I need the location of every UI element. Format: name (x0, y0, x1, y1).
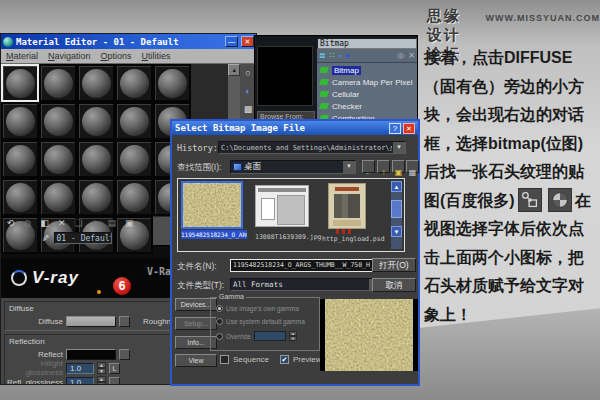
view-list-icon[interactable]: ≣ (319, 52, 326, 60)
sample-slot[interactable] (39, 64, 77, 102)
scroll-thumb[interactable] (391, 200, 402, 218)
map-type-bitmap[interactable]: Bitmap (317, 64, 417, 76)
override-spinner[interactable]: ▲▼ (289, 331, 297, 341)
sample-slot[interactable] (115, 140, 153, 178)
checkbox-icon[interactable] (220, 355, 229, 364)
material-sphere (82, 107, 111, 136)
menu-material[interactable]: Material (6, 51, 38, 61)
refl-map-button[interactable] (109, 377, 120, 386)
get-material-icon[interactable]: ⟲ (7, 219, 15, 228)
background-checker-icon[interactable]: ▩ (244, 105, 253, 114)
material-sphere (120, 69, 149, 98)
sample-slot[interactable] (1, 140, 39, 178)
thumbnail-scrollbar[interactable]: ▲ ▼ (391, 181, 402, 249)
dialog-titlebar[interactable]: Select Bitmap Image File ? ✕ (172, 121, 418, 135)
checkbox-checked-icon[interactable]: ✔ (280, 355, 289, 364)
sample-slot[interactable] (39, 102, 77, 140)
reflect-color-swatch[interactable] (66, 349, 116, 360)
put-to-library-icon[interactable]: ▤ (107, 219, 116, 228)
refl-spinner[interactable]: ▲▼ (97, 376, 106, 385)
sample-type-sphere-icon[interactable]: ○ (245, 69, 250, 78)
preview-label: Preview (293, 355, 321, 364)
sample-slot[interactable] (153, 64, 191, 102)
make-unique-icon[interactable]: ◇ (92, 219, 99, 228)
sample-slot[interactable] (77, 140, 115, 178)
sample-slot[interactable] (1, 102, 39, 140)
hilight-spinner[interactable]: ▲▼ (97, 362, 106, 374)
file-thumb-2[interactable]: 13008T1639309.jpg (255, 185, 315, 241)
refl-glossiness-value[interactable]: 1.0 (66, 377, 94, 386)
override-value-field[interactable] (254, 331, 286, 341)
close-button[interactable]: ✕ (241, 36, 254, 47)
sample-slot[interactable] (115, 178, 153, 216)
sample-slot[interactable] (1, 64, 39, 102)
history-combo[interactable]: C:\Documents and Settings\Administrator\… (218, 141, 406, 154)
delete-from-library-icon[interactable]: ✕ (408, 52, 415, 60)
sample-slot[interactable] (77, 178, 115, 216)
back-button[interactable]: ← (362, 160, 375, 173)
material-editor-titlebar[interactable]: Material Editor - 01 - Default — ✕ (1, 34, 256, 49)
lookin-dropdown-icon[interactable]: ▼ (342, 161, 355, 173)
filetype-combo[interactable]: All Formats ▼ (230, 278, 382, 291)
sample-slot[interactable] (1, 178, 39, 216)
filename-field[interactable]: 1195482518234_O_ARGS_THUMB__W_750_H_550 (230, 259, 382, 272)
gamma-option-2[interactable]: Override▲▼ (216, 331, 297, 341)
history-dropdown-icon[interactable]: ▼ (392, 142, 405, 153)
gamma-option-0[interactable]: Use image's own gamma (216, 305, 299, 312)
hilight-lock-button[interactable]: L (109, 363, 120, 374)
up-one-level-button[interactable]: ↑ (377, 160, 390, 173)
menu-navigation[interactable]: Navigation (48, 51, 91, 61)
reflect-map-button[interactable] (119, 349, 130, 360)
put-material-to-scene-icon[interactable]: ◍ (24, 219, 32, 228)
sample-slot[interactable] (115, 64, 153, 102)
radio-icon[interactable] (216, 333, 223, 340)
reset-material-icon[interactable]: ✕ (58, 219, 66, 228)
dialog-close-button[interactable]: ✕ (403, 123, 415, 134)
gamma-legend: Gamma (217, 293, 246, 300)
open-button[interactable]: 打开(O) (372, 258, 416, 272)
view-small-icon[interactable]: • (339, 52, 342, 60)
update-scene-icon[interactable]: ◎ (397, 52, 404, 60)
sample-slot[interactable] (77, 64, 115, 102)
history-path: C:\Documents and Settings\Administrator\… (219, 143, 392, 153)
map-type-checker[interactable]: Checker (317, 100, 417, 112)
assign-material-to-selection-icon[interactable]: ◧ (40, 219, 49, 228)
cancel-button[interactable]: 取消 (372, 278, 416, 292)
view-button[interactable]: View (175, 354, 217, 367)
scroll-up-icon[interactable]: ▲ (391, 181, 402, 192)
map-type-cellular[interactable]: Cellular (317, 88, 417, 100)
sample-slot[interactable] (39, 140, 77, 178)
pick-material-eyedropper-icon[interactable]: ✎ (40, 234, 50, 242)
file-thumb-selected[interactable]: 1195482518234_O_ARGS (181, 181, 247, 239)
make-material-copy-icon[interactable]: ❏ (74, 219, 82, 228)
file-thumb-3[interactable]: http_ingload.psd (322, 183, 386, 243)
new-folder-button[interactable]: ▣ (392, 160, 405, 173)
map-type-camera-map-per-pixel[interactable]: Camera Map Per Pixel (317, 76, 417, 88)
sample-slot[interactable] (77, 102, 115, 140)
radio-icon[interactable] (216, 305, 223, 312)
scroll-up-icon[interactable]: ▲ (228, 64, 240, 76)
map-search-field[interactable]: Bitmap (317, 38, 417, 49)
diffuse-color-swatch[interactable] (66, 316, 116, 327)
menu-options[interactable]: Options (101, 51, 132, 61)
sample-slot[interactable] (115, 216, 153, 254)
sample-slot[interactable] (39, 178, 77, 216)
diffuse-map-button[interactable] (119, 316, 130, 327)
gamma-option-1[interactable]: Use system default gamma (216, 318, 305, 325)
sequence-checkbox[interactable]: Sequence (220, 355, 269, 364)
lookin-combo[interactable]: 桌面 ▼ (230, 160, 356, 174)
hilight-glossiness-value[interactable]: 1.0 (66, 363, 94, 374)
radio-icon[interactable] (216, 318, 223, 325)
view-menu-button[interactable]: ▦ (406, 160, 419, 173)
preview-checkbox[interactable]: ✔ Preview (280, 355, 321, 364)
show-map-in-viewport-icon[interactable]: ▣ (125, 219, 134, 228)
view-large-icon[interactable]: ● (346, 52, 351, 60)
sample-slot[interactable] (115, 102, 153, 140)
backlight-icon[interactable]: ◐ (245, 87, 250, 96)
help-button[interactable]: ? (389, 123, 401, 134)
scroll-down-icon[interactable]: ▼ (391, 226, 402, 237)
material-name-field[interactable]: 01 - Default (54, 232, 112, 244)
view-list-details-icon[interactable]: ∷ (330, 52, 335, 60)
menu-utilities[interactable]: Utilities (142, 51, 171, 61)
minimize-button[interactable]: — (225, 36, 238, 47)
